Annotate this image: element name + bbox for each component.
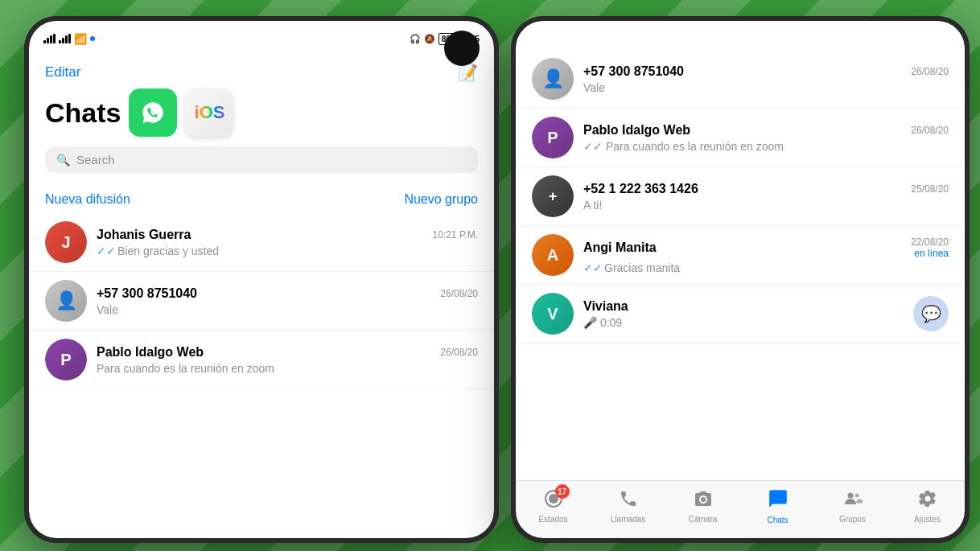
chat-name: Pablo Idalgo Web bbox=[97, 345, 204, 360]
chat-top: Pablo Idalgo Web 26/08/20 bbox=[97, 345, 478, 360]
avatar: 👤 bbox=[532, 58, 574, 100]
avatar: V bbox=[532, 293, 574, 335]
chat-content: +57 300 8751040 26/08/20 Vale bbox=[97, 286, 478, 316]
tab-label-llamadas: Llamadas bbox=[611, 515, 645, 524]
chat-item[interactable]: 👤 +57 300 8751040 26/08/20 Vale bbox=[29, 272, 494, 331]
mute-icon: 🔕 bbox=[424, 34, 435, 44]
chat-time: 26/08/20 bbox=[440, 288, 478, 299]
chat-name: +52 1 222 363 1426 bbox=[583, 182, 698, 196]
chat-content: Angi Manita 22/08/20 en línea ✓✓Gracias … bbox=[583, 236, 949, 274]
signal-icon-1 bbox=[43, 34, 56, 43]
chat-list-left: J Johanis Guerra 10:21 P.M. ✓✓Bien graci… bbox=[29, 213, 494, 389]
chat-item[interactable]: A Angi Manita 22/08/20 en línea ✓✓Gracia… bbox=[516, 226, 965, 285]
chat-content: Pablo Idalgo Web 26/08/20 ✓✓ Para cuando… bbox=[583, 123, 949, 153]
avatar-image: J bbox=[45, 221, 87, 263]
chat-time: 10:21 P.M. bbox=[433, 229, 478, 241]
avatar-image: V bbox=[532, 293, 574, 335]
title-row: Chats iOS bbox=[45, 88, 478, 137]
tab-chats[interactable]: Chats bbox=[740, 488, 815, 524]
chat-name: Viviana bbox=[583, 299, 628, 314]
editar-button[interactable]: Editar bbox=[45, 64, 80, 80]
tab-label-camara: Cámara bbox=[689, 515, 718, 524]
chat-item[interactable]: + +52 1 222 363 1426 25/08/20 A ti! bbox=[516, 167, 965, 226]
search-icon: 🔍 bbox=[56, 154, 70, 167]
camara-icon bbox=[694, 489, 713, 513]
chat-top: +57 300 8751040 26/08/20 bbox=[97, 286, 478, 301]
chat-item[interactable]: P Pablo Idalgo Web 26/08/20 ✓✓ Para cuan… bbox=[516, 109, 965, 167]
chats-title: Chats bbox=[45, 97, 121, 129]
chat-time: 26/08/20 bbox=[440, 347, 478, 358]
avatar: P bbox=[45, 339, 87, 380]
wa-header: Editar 📝 Chats iOS 🔍 Search bbox=[29, 56, 494, 183]
chat-item[interactable]: P Pablo Idalgo Web 26/08/20 Para cuando … bbox=[29, 331, 494, 389]
search-placeholder: Search bbox=[76, 153, 115, 167]
chat-content: Viviana 🎤 0:09 bbox=[583, 299, 904, 329]
chat-preview: 🎤 0:09 bbox=[583, 316, 904, 329]
grupos-icon bbox=[843, 489, 863, 513]
chat-content: Johanis Guerra 10:21 P.M. ✓✓Bien gracias… bbox=[97, 228, 478, 257]
tab-estados[interactable]: 17 Estados bbox=[516, 489, 591, 524]
whatsapp-logo bbox=[129, 88, 177, 137]
chat-content: +57 300 8751040 26/08/20 Vale bbox=[583, 64, 949, 94]
chat-top: +52 1 222 363 1426 25/08/20 bbox=[583, 182, 949, 196]
chat-list-right: 👤 +57 300 8751040 26/08/20 Vale P bbox=[516, 50, 965, 480]
chat-item[interactable]: J Johanis Guerra 10:21 P.M. ✓✓Bien graci… bbox=[29, 213, 494, 272]
chat-preview: Vale bbox=[97, 303, 478, 316]
avatar: J bbox=[45, 221, 87, 263]
chat-name: Angi Manita bbox=[583, 241, 657, 255]
tab-label-grupos: Grupos bbox=[839, 515, 866, 524]
chat-content: +52 1 222 363 1426 25/08/20 A ti! bbox=[583, 182, 949, 212]
llamadas-icon bbox=[619, 489, 638, 513]
tab-llamadas[interactable]: Llamadas bbox=[591, 489, 665, 524]
avatar: A bbox=[532, 234, 574, 276]
status-bar-left: 📶 🎧 🔕 80 11:35 bbox=[29, 21, 494, 56]
signal-icon-2 bbox=[59, 34, 71, 43]
right-phone: 👤 +57 300 8751040 26/08/20 Vale P bbox=[511, 16, 970, 543]
svg-point-4 bbox=[847, 493, 853, 499]
tab-label-ajustes: Ajustes bbox=[914, 515, 941, 524]
avatar-image: + bbox=[532, 175, 574, 217]
chat-time: 25/08/20 bbox=[911, 183, 949, 195]
chat-name: +57 300 8751040 bbox=[583, 64, 684, 79]
tab-bar: 17 Estados Llamadas bbox=[516, 480, 965, 538]
chat-time: 26/08/20 bbox=[911, 66, 949, 77]
dot-icon bbox=[90, 36, 95, 41]
wifi-icon: 📶 bbox=[74, 33, 87, 45]
check-icon: ✓✓ bbox=[583, 261, 603, 274]
avatar-placeholder: 👤 bbox=[532, 58, 574, 100]
tab-ajustes[interactable]: Ajustes bbox=[890, 489, 965, 524]
avatar: P bbox=[532, 117, 574, 158]
avatar: + bbox=[532, 175, 574, 217]
tab-camara[interactable]: Cámara bbox=[665, 489, 740, 524]
tab-label-chats: Chats bbox=[767, 516, 788, 524]
search-bar[interactable]: 🔍 Search bbox=[45, 146, 478, 173]
chats-icon bbox=[768, 488, 789, 514]
ios-badge: iOS bbox=[185, 88, 233, 137]
chat-item[interactable]: 👤 +57 300 8751040 26/08/20 Vale bbox=[516, 50, 965, 109]
broadcast-row: Nueva difusión Nuevo grupo bbox=[29, 183, 494, 213]
nuevo-grupo-button[interactable]: Nuevo grupo bbox=[404, 192, 478, 207]
online-status: en línea bbox=[914, 248, 949, 259]
headphone-icon: 🎧 bbox=[410, 34, 421, 44]
ajustes-icon bbox=[918, 489, 937, 513]
camera-cutout bbox=[444, 31, 480, 66]
estados-icon: 17 bbox=[544, 489, 563, 513]
avatar: 👤 bbox=[45, 280, 87, 322]
chat-preview: Para cuando es la reunión en zoom bbox=[97, 362, 478, 375]
chat-preview: ✓✓ Para cuando es la reunión en zoom bbox=[583, 140, 949, 153]
chat-top: Viviana bbox=[583, 299, 904, 314]
avatar-image: P bbox=[45, 339, 87, 380]
chat-top: Angi Manita 22/08/20 en línea bbox=[583, 236, 949, 259]
ios-label: iOS bbox=[195, 102, 225, 123]
tab-grupos[interactable]: Grupos bbox=[815, 489, 890, 524]
chat-item[interactable]: V Viviana 🎤 0:09 💬 bbox=[516, 285, 965, 343]
avatar-image: P bbox=[532, 117, 574, 158]
nueva-difusion-button[interactable]: Nueva difusión bbox=[45, 192, 130, 207]
avatar-placeholder: 👤 bbox=[45, 280, 87, 322]
chat-time: 22/08/20 bbox=[911, 236, 949, 248]
chat-preview: A ti! bbox=[583, 199, 949, 212]
svg-point-5 bbox=[854, 494, 859, 498]
notification-bubble: 💬 bbox=[913, 296, 949, 331]
chat-name: Pablo Idalgo Web bbox=[583, 123, 690, 138]
estados-badge: 17 bbox=[555, 484, 570, 499]
